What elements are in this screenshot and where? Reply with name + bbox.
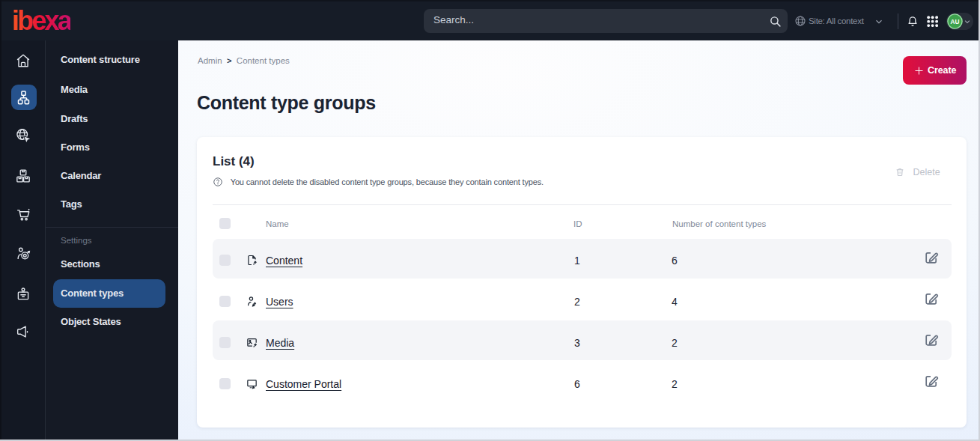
svg-text:AU: AU (951, 19, 960, 25)
